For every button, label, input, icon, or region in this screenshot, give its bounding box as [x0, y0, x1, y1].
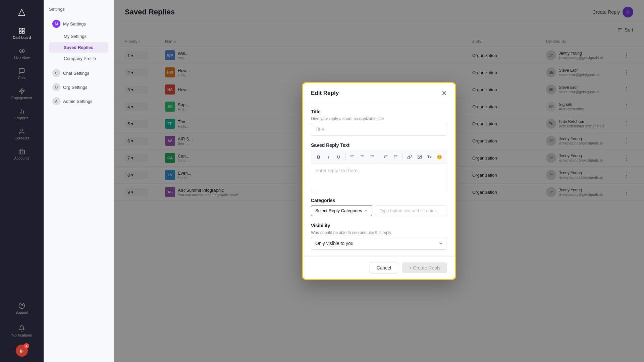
sidebar-item-live-view[interactable]: Live View	[0, 44, 44, 63]
nav-chat-settings-label: Chat Settings	[63, 71, 89, 76]
sidebar-item-chat[interactable]: Chat	[0, 64, 44, 83]
toolbar-divider-3	[402, 154, 403, 160]
modal-title: Edit Reply	[311, 90, 339, 97]
svg-rect-3	[22, 32, 24, 34]
sidebar-item-engagement[interactable]: Engagement	[0, 84, 44, 103]
nav-chat-settings[interactable]: C Chat Settings	[49, 66, 108, 80]
nav-org-settings-label: Org Settings	[63, 85, 87, 90]
nav-my-settings-label: My Settings	[63, 21, 86, 26]
chevron-down-icon	[364, 209, 368, 213]
modal-body: Title Give your reply a short, recogniza…	[303, 102, 455, 256]
category-tag-input[interactable]	[375, 205, 447, 216]
svg-point-33	[394, 158, 394, 158]
sidebar-bottom: Support Notifications g. 4	[9, 299, 35, 357]
svg-point-32	[394, 157, 394, 157]
rich-text-editor: B I U	[311, 150, 447, 191]
bold-button[interactable]: B	[314, 152, 323, 162]
visibility-section: Visibility Who should be able to see and…	[311, 223, 447, 250]
title-section-label: Title	[311, 109, 447, 114]
app-logo: △	[16, 5, 28, 17]
nav-company-profile[interactable]: Company Profile	[49, 53, 108, 64]
visibility-sublabel: Who should be able to see and use this r…	[311, 230, 447, 235]
sidebar-item-reports-label: Reports	[15, 116, 29, 120]
image-button[interactable]	[415, 152, 424, 162]
svg-point-31	[394, 156, 394, 156]
sidebar-item-contacts-label: Contacts	[14, 136, 29, 140]
link-button[interactable]	[405, 152, 414, 162]
modal-close-button[interactable]: ✕	[441, 90, 447, 97]
modal-footer: Cancel + Create Reply	[303, 256, 455, 279]
my-settings-icon: M	[52, 20, 60, 28]
reply-text-label: Saved Reply Text	[311, 142, 447, 148]
emoji-button[interactable]: 😊	[435, 152, 444, 162]
reply-text-section: Saved Reply Text B I U	[311, 142, 447, 191]
italic-button[interactable]: I	[324, 152, 333, 162]
sidebar-item-live-view-label: Live View	[14, 56, 30, 60]
sidebar-item-dashboard[interactable]: Dashboard	[0, 24, 44, 43]
ordered-list-button[interactable]	[381, 152, 390, 162]
sidebar-item-accounts-label: Accounts	[14, 156, 29, 160]
nav-saved-replies[interactable]: Saved Replies	[49, 42, 108, 53]
editor-toolbar: B I U	[311, 150, 447, 164]
select-categories-button[interactable]: Select Reply Categories	[311, 205, 372, 216]
align-left-button[interactable]	[347, 152, 357, 162]
sidebar-item-accounts[interactable]: Accounts	[0, 145, 44, 164]
svg-marker-5	[19, 88, 24, 94]
create-reply-submit-button[interactable]: + Create Reply	[402, 262, 447, 273]
visibility-label: Visibility	[311, 223, 447, 228]
sidebar-item-reports[interactable]: Reports	[0, 105, 44, 123]
settings-sidebar: Settings M My Settings My Settings Saved…	[44, 0, 114, 362]
svg-rect-2	[19, 32, 21, 34]
format-clear-button[interactable]: Tx	[425, 152, 434, 162]
admin-settings-icon: A	[52, 97, 60, 105]
nav-my-settings-sub-label: My Settings	[64, 34, 87, 39]
title-section-sublabel: Give your reply a short, recognizable ti…	[311, 116, 447, 121]
modal-overlay: Edit Reply ✕ Title Give your reply a sho…	[114, 0, 644, 362]
nav-admin-settings[interactable]: A Admin Settings	[49, 95, 108, 108]
align-center-button[interactable]	[358, 152, 367, 162]
cancel-button[interactable]: Cancel	[370, 262, 398, 274]
edit-reply-modal: Edit Reply ✕ Title Give your reply a sho…	[302, 82, 456, 280]
notification-badge: 4	[24, 343, 29, 349]
create-reply-submit-label: + Create Reply	[409, 265, 440, 270]
svg-rect-1	[22, 28, 24, 31]
nav-my-settings-sub[interactable]: My Settings	[49, 31, 108, 42]
user-avatar[interactable]: g. 4	[16, 345, 28, 357]
toolbar-divider-2	[379, 154, 379, 160]
categories-label: Categories	[311, 198, 447, 203]
left-sidebar: △ Dashboard Live View Chat Engagement Re…	[0, 0, 44, 362]
sidebar-item-dashboard-label: Dashboard	[13, 36, 31, 40]
title-section: Title Give your reply a short, recogniza…	[311, 109, 447, 136]
editor-placeholder: Enter reply text here...	[315, 168, 362, 173]
sidebar-notifications-label: Notifications	[12, 333, 32, 337]
svg-point-35	[419, 156, 419, 157]
main-content: Saved Replies Create Reply + Sort Priori…	[114, 0, 644, 362]
sidebar-item-contacts[interactable]: Contacts	[0, 125, 44, 143]
nav-company-profile-label: Company Profile	[64, 56, 96, 61]
settings-heading: Settings	[49, 7, 108, 12]
select-categories-label: Select Reply Categories	[315, 208, 362, 213]
sidebar-support-label: Support	[15, 310, 29, 314]
unordered-list-button[interactable]	[391, 152, 400, 162]
sidebar-item-notifications[interactable]: Notifications	[9, 322, 35, 341]
org-settings-icon: O	[52, 83, 60, 91]
categories-section: Categories Select Reply Categories	[311, 198, 447, 216]
nav-my-settings[interactable]: M My Settings	[49, 17, 108, 31]
title-input[interactable]	[311, 123, 447, 136]
visibility-select[interactable]: Only visible to you Organization Team	[311, 237, 447, 250]
chat-settings-icon: C	[52, 69, 60, 77]
nav-admin-settings-label: Admin Settings	[63, 99, 92, 104]
editor-body[interactable]: Enter reply text here...	[311, 164, 447, 191]
svg-rect-0	[19, 28, 21, 31]
underline-button[interactable]: U	[334, 152, 343, 162]
sidebar-item-engagement-label: Engagement	[11, 96, 32, 100]
svg-point-4	[21, 50, 23, 52]
align-right-button[interactable]	[368, 152, 377, 162]
svg-rect-10	[19, 150, 25, 154]
modal-header: Edit Reply ✕	[303, 83, 455, 102]
sidebar-item-support[interactable]: Support	[9, 299, 35, 318]
nav-saved-replies-label: Saved Replies	[64, 45, 93, 50]
toolbar-divider-1	[345, 154, 345, 160]
categories-row: Select Reply Categories	[311, 205, 447, 216]
nav-org-settings[interactable]: O Org Settings	[49, 80, 108, 94]
